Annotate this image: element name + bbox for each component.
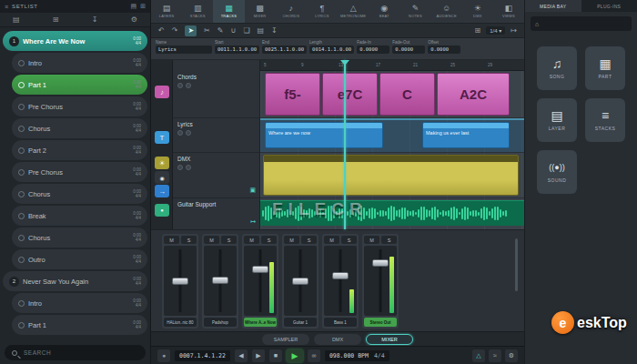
menu-icon[interactable]: ≡ xyxy=(5,4,8,10)
split-tool-button[interactable]: ✂ xyxy=(204,25,210,36)
list-icon[interactable]: ▤ xyxy=(13,15,20,24)
lyrics-event[interactable]: Where are we now xyxy=(265,122,383,148)
tab-sampler[interactable]: SAMPLER xyxy=(262,334,309,345)
tab-dmx-view[interactable]: DMX xyxy=(314,334,361,345)
solo-button[interactable] xyxy=(186,83,191,88)
tab-stacks[interactable]: ▥STACKS xyxy=(182,0,213,23)
mute-button[interactable]: M xyxy=(204,236,219,244)
setlist-item-part-active[interactable]: Part 1 0:004/4 xyxy=(12,75,147,95)
solo-button[interactable]: S xyxy=(261,236,277,244)
mixer-scrollbar[interactable] xyxy=(515,238,518,291)
panel-icon[interactable]: ▤ xyxy=(131,3,137,10)
solo-button[interactable] xyxy=(186,130,191,136)
mute-button[interactable] xyxy=(177,130,183,136)
forward-button[interactable]: ▶ xyxy=(252,349,265,362)
dmx-event[interactable] xyxy=(263,155,519,196)
mute-button[interactable]: M xyxy=(284,236,299,244)
chord-event[interactable]: f5- xyxy=(265,73,320,116)
mute-button[interactable] xyxy=(177,83,183,88)
tab-dmx[interactable]: ☀DMX xyxy=(462,0,493,23)
mic-icon[interactable]: ◉ xyxy=(155,171,169,184)
loop-button[interactable]: ∞ xyxy=(308,349,320,362)
fade-in-value[interactable]: 0.0000 xyxy=(357,46,389,54)
metronome-toggle-button[interactable]: △ xyxy=(472,349,485,362)
mute-button[interactable]: M xyxy=(324,236,339,244)
fader-handle[interactable] xyxy=(212,277,228,284)
record-button[interactable]: ● xyxy=(157,349,170,362)
dmx-track-icon[interactable]: ☀ xyxy=(155,157,169,169)
chord-event[interactable]: e7C xyxy=(322,73,378,116)
setlist-item-song[interactable]: 2 Never Saw You Again 0:004/4 xyxy=(3,271,147,291)
select-tool-button[interactable]: ➤ xyxy=(185,25,197,36)
stop-button[interactable]: ■ xyxy=(269,349,282,362)
new-part-button[interactable]: ▦ PART xyxy=(585,46,625,90)
fader-handle[interactable] xyxy=(332,272,349,279)
tempo-display[interactable]: 098.000 BPM4/4 xyxy=(325,350,389,361)
audio-engine-button[interactable]: ≈ xyxy=(489,349,501,362)
mute-button[interactable]: M xyxy=(164,236,179,244)
import-button[interactable]: ↧ xyxy=(271,25,278,36)
length-value[interactable]: 0014.1.1.0.00 xyxy=(309,46,354,54)
output-icon[interactable]: ↦ xyxy=(250,218,256,226)
solo-button[interactable]: S xyxy=(301,236,317,244)
tab-mixer-view[interactable]: MIXER xyxy=(366,334,413,345)
new-stack-button[interactable]: ≡ STACKS xyxy=(585,98,625,142)
settings-button[interactable]: ⚙ xyxy=(505,349,518,362)
position-display[interactable]: 0007.1.4.1.22 xyxy=(175,350,230,361)
name-value[interactable]: Lyrics xyxy=(156,46,212,54)
end-value[interactable]: 0025.1.1.0.00 xyxy=(262,46,307,54)
mute-button[interactable] xyxy=(177,165,183,170)
new-song-button[interactable]: ♫ SONG xyxy=(537,46,577,90)
solo-button[interactable]: S xyxy=(221,236,237,244)
copy-button[interactable]: ❏ xyxy=(243,25,249,36)
grid-value-dropdown[interactable]: 1/4 ▾ xyxy=(486,26,505,35)
solo-button[interactable]: S xyxy=(181,236,197,244)
track-header-guitar[interactable]: Guitar Support ↦ xyxy=(173,198,259,229)
tab-audience[interactable]: ☺AUDIENCE xyxy=(431,0,462,23)
tab-views[interactable]: ◧VIEWS xyxy=(493,0,524,23)
undo-button[interactable]: ↶ xyxy=(158,25,165,36)
mute-button[interactable]: M xyxy=(244,236,259,244)
dmx-lane[interactable] xyxy=(260,153,524,198)
tab-media-bay[interactable]: MEDIA BAY xyxy=(525,0,581,12)
guitar-track-icon[interactable]: ● xyxy=(155,204,169,217)
paste-button[interactable]: ▤ xyxy=(258,25,265,36)
setlist-item-song[interactable]: 1 Where Are We Now 0:004/4 xyxy=(3,31,147,51)
grid-toggle-button[interactable]: ⊞ xyxy=(475,25,481,36)
track-header-dmx[interactable]: DMX ▣ xyxy=(173,153,259,198)
tab-chords[interactable]: ♪CHORDS xyxy=(276,0,307,23)
media-bay-search-input[interactable] xyxy=(542,20,627,27)
monitor-icon[interactable]: ▣ xyxy=(249,187,256,194)
offset-value[interactable]: 0.0000 xyxy=(428,46,460,54)
chords-track-icon[interactable]: ♪ xyxy=(155,86,169,98)
timeline-ruler[interactable]: 5 9 13 17 21 25 29 xyxy=(260,60,524,71)
setlist-item-part[interactable]: Part 1 0:004/4 xyxy=(12,315,147,335)
fader-handle[interactable] xyxy=(252,266,268,273)
track-header-lyrics[interactable]: Lyrics xyxy=(173,118,259,153)
chord-event[interactable]: C xyxy=(379,73,435,116)
fade-out-value[interactable]: 0.0000 xyxy=(392,46,425,54)
new-layer-button[interactable]: ▤ LAYER xyxy=(537,98,577,142)
setlist-item-part[interactable]: Chorus 0:004/4 xyxy=(12,228,147,248)
home-icon[interactable]: ⌂ xyxy=(535,21,539,27)
play-button[interactable]: ▶ xyxy=(287,349,303,362)
lyrics-track-icon[interactable]: T xyxy=(155,131,169,144)
setlist-item-part[interactable]: Intro 0:004/4 xyxy=(12,53,147,73)
mute-button[interactable]: M xyxy=(364,236,379,244)
setlist-item-part[interactable]: Break 0:004/4 xyxy=(12,206,147,226)
track-header-chords[interactable]: Chords xyxy=(173,71,259,118)
lyrics-lane[interactable]: Where are we now Making us ever last xyxy=(260,118,524,153)
tab-tracks[interactable]: ▦TRACKS xyxy=(213,0,244,23)
tab-plug-ins[interactable]: PLUG-INS xyxy=(581,0,637,12)
chord-event[interactable]: A2C xyxy=(437,73,510,116)
fader-handle[interactable] xyxy=(372,259,389,267)
setlist-item-part[interactable]: Pre Chorus 0:004/4 xyxy=(12,162,147,182)
glue-tool-button[interactable]: ∪ xyxy=(231,25,237,36)
tab-notes[interactable]: ✎NOTES xyxy=(399,0,430,23)
solo-button[interactable]: S xyxy=(341,236,357,244)
tab-lyrics[interactable]: ¶LYRICS xyxy=(307,0,338,23)
sound-button[interactable]: ((●)) SOUND xyxy=(537,150,577,194)
setlist-item-part[interactable]: Chorus 0:004/4 xyxy=(12,184,147,204)
setlist-item-part[interactable]: Outro 0:004/4 xyxy=(12,249,147,269)
fader-handle[interactable] xyxy=(172,278,188,285)
